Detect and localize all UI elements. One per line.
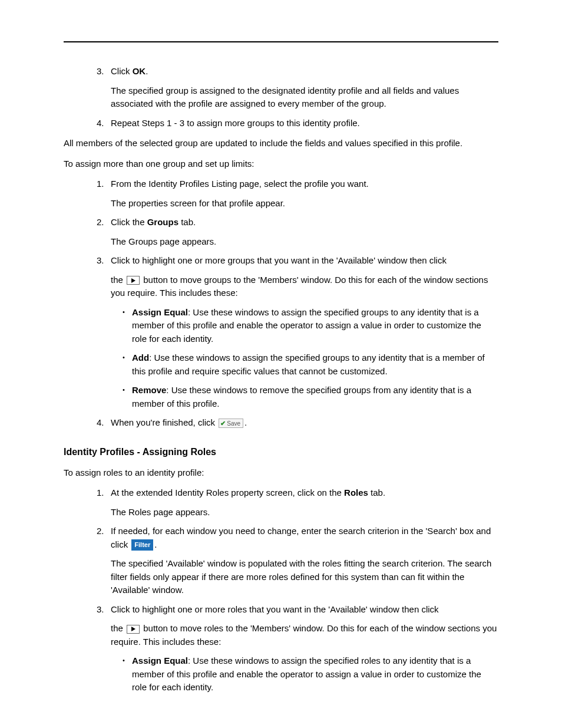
step-3: 3. Click OK. The specified group is assi… (111, 65, 498, 111)
save-button-icon: ✔Save (219, 419, 243, 428)
section-heading: Identity Profiles - Assigning Roles (64, 445, 498, 459)
step-text: Click the Groups tab. (111, 217, 196, 227)
step-2: 2. If needed, for each window you need t… (111, 525, 498, 597)
check-icon: ✔ (220, 419, 226, 429)
assign-equal-bold: Assign Equal (132, 307, 188, 317)
roles-steps-list: 1. At the extended Identity Roles proper… (64, 486, 498, 694)
step-1: 1. At the extended Identity Roles proper… (111, 486, 498, 519)
step-subtext: The Roles page appears. (111, 506, 498, 519)
step-1: 1. From the Identity Profiles Listing pa… (111, 177, 498, 210)
add-bold: Add (132, 353, 149, 363)
filter-button-icon: Filter (131, 539, 153, 551)
bullet-assign-equal: Assign Equal: Use these windows to assig… (132, 654, 498, 694)
step-subtext: The specified group is assigned to the d… (111, 84, 498, 111)
paragraph: To assign roles to an identity profile: (64, 466, 498, 480)
step-text: If needed, for each window you need to c… (111, 526, 491, 549)
paragraph: All members of the selected group are up… (64, 137, 498, 150)
step-subtext: The Groups page appears. (111, 235, 498, 249)
top-steps-list: 3. Click OK. The specified group is assi… (64, 65, 498, 130)
step-text: When you're finished, click ✔Save. (111, 417, 247, 427)
step-text: From the Identity Profiles Listing page,… (111, 179, 369, 189)
step-text-line2: the button to move roles to the 'Members… (111, 622, 498, 648)
step-number: 3. (97, 65, 104, 78)
bullet-add: Add: Use these windows to assign the spe… (132, 351, 498, 378)
step-4: 4. When you're finished, click ✔Save. (111, 416, 498, 430)
remove-bold: Remove (132, 385, 166, 395)
page-container: 3. Click OK. The specified group is assi… (0, 0, 562, 728)
step-text: Click OK. (111, 66, 148, 76)
step-number: 2. (97, 525, 104, 538)
bullet-remove: Remove: Use these windows to remove the … (132, 384, 498, 410)
step-subtext: The specified 'Available' window is popu… (111, 557, 498, 597)
step-number: 1. (97, 177, 104, 191)
step-number: 4. (97, 117, 104, 130)
step-text-line2: the button to move groups to the 'Member… (111, 274, 498, 300)
step-text-line1: Click to highlight one or more roles tha… (111, 604, 439, 614)
roles-bold: Roles (344, 487, 368, 498)
move-right-icon (127, 276, 140, 285)
assign-equal-bold: Assign Equal (132, 655, 188, 666)
limits-steps-list: 1. From the Identity Profiles Listing pa… (64, 177, 498, 430)
step-subtext: The properties screen for that profile a… (111, 197, 498, 210)
bullet-assign-equal: Assign Equal: Use these windows to assig… (132, 306, 498, 346)
step-text-line1: Click to highlight one or more groups th… (111, 255, 447, 265)
step-number: 4. (97, 416, 104, 430)
step-text: Repeat Steps 1 - 3 to assign more groups… (111, 118, 360, 128)
step-number: 3. (97, 254, 104, 268)
step-2: 2. Click the Groups tab. The Groups page… (111, 216, 498, 248)
move-right-icon (127, 625, 140, 634)
bullet-list: Assign Equal: Use these windows to assig… (111, 654, 498, 694)
step-number: 3. (97, 603, 104, 617)
bullet-list: Assign Equal: Use these windows to assig… (111, 306, 498, 411)
top-rule (64, 41, 498, 42)
step-3: 3. Click to highlight one or more groups… (111, 254, 498, 410)
step-number: 2. (97, 216, 104, 229)
groups-bold: Groups (147, 217, 178, 227)
ok-bold: OK (133, 66, 146, 76)
step-text: At the extended Identity Roles property … (111, 487, 385, 498)
paragraph: To assign more than one group and set up… (64, 157, 498, 171)
step-3: 3. Click to highlight one or more roles … (111, 603, 498, 694)
step-4: 4. Repeat Steps 1 - 3 to assign more gro… (111, 117, 498, 130)
step-number: 1. (97, 486, 104, 500)
